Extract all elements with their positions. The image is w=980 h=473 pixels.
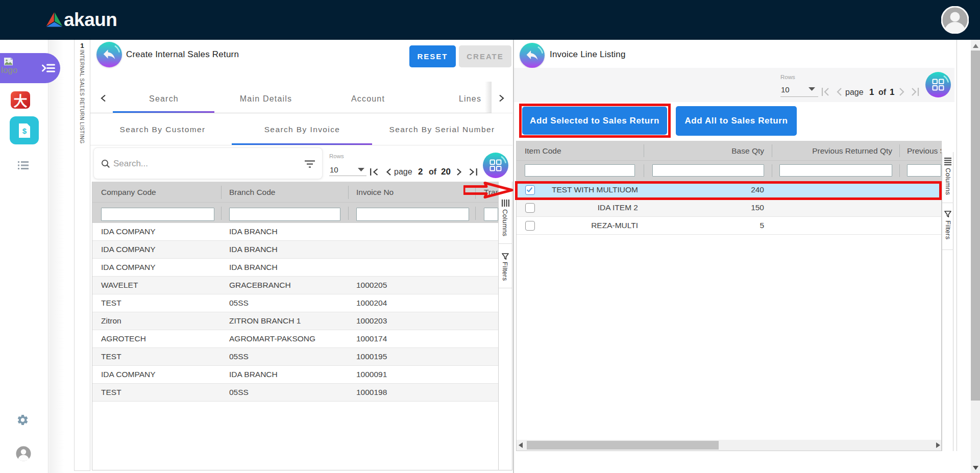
svg-text:$: $ [22, 127, 27, 135]
